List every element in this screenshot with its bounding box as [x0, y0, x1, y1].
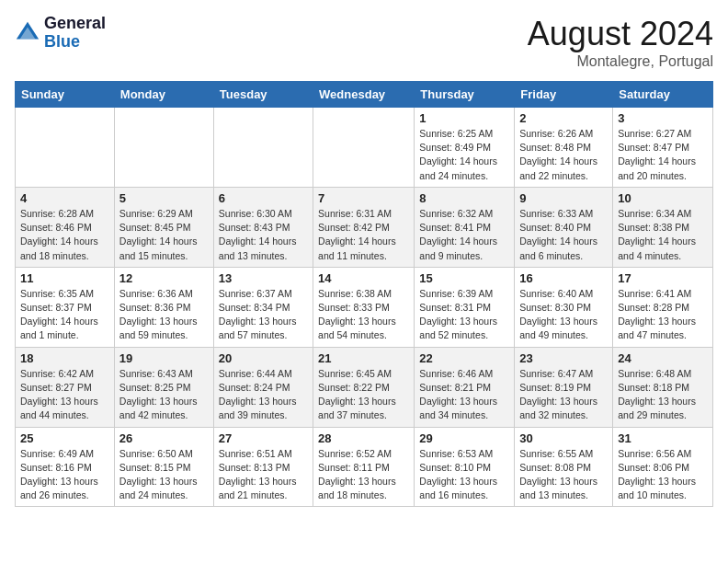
calendar-cell: 8Sunrise: 6:32 AM Sunset: 8:41 PM Daylig…	[415, 187, 515, 267]
logo: General Blue	[15, 15, 106, 52]
calendar-cell: 12Sunrise: 6:36 AM Sunset: 8:36 PM Dayli…	[114, 267, 213, 347]
calendar-cell: 1Sunrise: 6:25 AM Sunset: 8:49 PM Daylig…	[415, 108, 515, 188]
calendar-cell: 28Sunrise: 6:52 AM Sunset: 8:11 PM Dayli…	[313, 427, 415, 507]
day-number: 5	[119, 191, 209, 205]
day-number: 3	[618, 111, 708, 125]
day-number: 21	[318, 351, 409, 365]
day-number: 9	[519, 191, 608, 205]
day-detail: Sunrise: 6:37 AM Sunset: 8:34 PM Dayligh…	[219, 287, 308, 343]
calendar-cell: 26Sunrise: 6:50 AM Sunset: 8:15 PM Dayli…	[114, 427, 213, 507]
day-detail: Sunrise: 6:38 AM Sunset: 8:33 PM Dayligh…	[318, 287, 409, 343]
day-number: 12	[119, 271, 209, 285]
month-year: August 2024	[528, 15, 713, 53]
calendar-cell	[313, 108, 415, 188]
logo-line2: Blue	[44, 33, 106, 52]
day-header-saturday: Saturday	[613, 82, 713, 108]
calendar-cell: 13Sunrise: 6:37 AM Sunset: 8:34 PM Dayli…	[213, 267, 313, 347]
calendar-cell: 14Sunrise: 6:38 AM Sunset: 8:33 PM Dayli…	[313, 267, 415, 347]
calendar-week-4: 18Sunrise: 6:42 AM Sunset: 8:27 PM Dayli…	[16, 347, 713, 427]
day-number: 20	[219, 351, 308, 365]
calendar-week-5: 25Sunrise: 6:49 AM Sunset: 8:16 PM Dayli…	[16, 427, 713, 507]
logo-line1: General	[44, 15, 106, 33]
calendar-cell	[114, 108, 213, 188]
day-detail: Sunrise: 6:34 AM Sunset: 8:38 PM Dayligh…	[618, 207, 708, 263]
calendar-cell: 20Sunrise: 6:44 AM Sunset: 8:24 PM Dayli…	[213, 347, 313, 427]
calendar-cell: 19Sunrise: 6:43 AM Sunset: 8:25 PM Dayli…	[114, 347, 213, 427]
day-detail: Sunrise: 6:47 AM Sunset: 8:19 PM Dayligh…	[519, 367, 608, 423]
day-number: 19	[119, 351, 209, 365]
calendar-cell: 10Sunrise: 6:34 AM Sunset: 8:38 PM Dayli…	[613, 187, 713, 267]
day-detail: Sunrise: 6:26 AM Sunset: 8:48 PM Dayligh…	[519, 127, 608, 183]
day-detail: Sunrise: 6:43 AM Sunset: 8:25 PM Dayligh…	[119, 367, 209, 423]
day-detail: Sunrise: 6:33 AM Sunset: 8:40 PM Dayligh…	[519, 207, 608, 263]
day-number: 11	[20, 271, 109, 285]
location: Montalegre, Portugal	[528, 53, 713, 70]
calendar-cell: 16Sunrise: 6:40 AM Sunset: 8:30 PM Dayli…	[515, 267, 613, 347]
day-number: 8	[419, 191, 509, 205]
calendar-cell: 30Sunrise: 6:55 AM Sunset: 8:08 PM Dayli…	[515, 427, 613, 507]
day-detail: Sunrise: 6:48 AM Sunset: 8:18 PM Dayligh…	[618, 367, 708, 423]
day-detail: Sunrise: 6:56 AM Sunset: 8:06 PM Dayligh…	[618, 447, 708, 503]
calendar-cell: 4Sunrise: 6:28 AM Sunset: 8:46 PM Daylig…	[16, 187, 115, 267]
calendar-cell: 29Sunrise: 6:53 AM Sunset: 8:10 PM Dayli…	[415, 427, 515, 507]
day-number: 26	[119, 431, 209, 445]
day-header-sunday: Sunday	[16, 82, 115, 108]
calendar-cell: 25Sunrise: 6:49 AM Sunset: 8:16 PM Dayli…	[16, 427, 115, 507]
day-number: 30	[519, 431, 608, 445]
day-number: 24	[618, 351, 708, 365]
day-number: 25	[20, 431, 109, 445]
day-detail: Sunrise: 6:25 AM Sunset: 8:49 PM Dayligh…	[419, 127, 509, 183]
day-number: 2	[519, 111, 608, 125]
calendar-week-1: 1Sunrise: 6:25 AM Sunset: 8:49 PM Daylig…	[16, 108, 713, 188]
day-detail: Sunrise: 6:44 AM Sunset: 8:24 PM Dayligh…	[219, 367, 308, 423]
calendar-cell	[16, 108, 115, 188]
calendar-week-2: 4Sunrise: 6:28 AM Sunset: 8:46 PM Daylig…	[16, 187, 713, 267]
day-detail: Sunrise: 6:41 AM Sunset: 8:28 PM Dayligh…	[618, 287, 708, 343]
calendar-cell: 3Sunrise: 6:27 AM Sunset: 8:47 PM Daylig…	[613, 108, 713, 188]
day-header-tuesday: Tuesday	[213, 82, 313, 108]
day-number: 29	[419, 431, 509, 445]
day-detail: Sunrise: 6:55 AM Sunset: 8:08 PM Dayligh…	[519, 447, 608, 503]
day-number: 14	[318, 271, 409, 285]
day-header-friday: Friday	[515, 82, 613, 108]
calendar-cell	[213, 108, 313, 188]
day-number: 6	[219, 191, 308, 205]
day-detail: Sunrise: 6:51 AM Sunset: 8:13 PM Dayligh…	[219, 447, 308, 503]
day-detail: Sunrise: 6:40 AM Sunset: 8:30 PM Dayligh…	[519, 287, 608, 343]
day-number: 4	[20, 191, 109, 205]
day-number: 18	[20, 351, 109, 365]
calendar-cell: 9Sunrise: 6:33 AM Sunset: 8:40 PM Daylig…	[515, 187, 613, 267]
calendar-cell: 2Sunrise: 6:26 AM Sunset: 8:48 PM Daylig…	[515, 108, 613, 188]
calendar-cell: 18Sunrise: 6:42 AM Sunset: 8:27 PM Dayli…	[16, 347, 115, 427]
day-detail: Sunrise: 6:46 AM Sunset: 8:21 PM Dayligh…	[419, 367, 509, 423]
day-detail: Sunrise: 6:28 AM Sunset: 8:46 PM Dayligh…	[20, 207, 109, 263]
calendar-cell: 24Sunrise: 6:48 AM Sunset: 8:18 PM Dayli…	[613, 347, 713, 427]
calendar-cell: 7Sunrise: 6:31 AM Sunset: 8:42 PM Daylig…	[313, 187, 415, 267]
day-number: 23	[519, 351, 608, 365]
page-header: General Blue August 2024 Montalegre, Por…	[15, 15, 713, 70]
calendar-cell: 11Sunrise: 6:35 AM Sunset: 8:37 PM Dayli…	[16, 267, 115, 347]
day-detail: Sunrise: 6:49 AM Sunset: 8:16 PM Dayligh…	[20, 447, 109, 503]
day-header-thursday: Thursday	[415, 82, 515, 108]
calendar-cell: 5Sunrise: 6:29 AM Sunset: 8:45 PM Daylig…	[114, 187, 213, 267]
day-number: 16	[519, 271, 608, 285]
calendar-cell: 23Sunrise: 6:47 AM Sunset: 8:19 PM Dayli…	[515, 347, 613, 427]
day-number: 22	[419, 351, 509, 365]
day-number: 10	[618, 191, 708, 205]
day-number: 1	[419, 111, 509, 125]
day-number: 31	[618, 431, 708, 445]
title-block: August 2024 Montalegre, Portugal	[528, 15, 713, 70]
calendar-cell: 6Sunrise: 6:30 AM Sunset: 8:43 PM Daylig…	[213, 187, 313, 267]
calendar-table: SundayMondayTuesdayWednesdayThursdayFrid…	[15, 81, 713, 507]
day-detail: Sunrise: 6:42 AM Sunset: 8:27 PM Dayligh…	[20, 367, 109, 423]
day-header-monday: Monday	[114, 82, 213, 108]
calendar-cell: 22Sunrise: 6:46 AM Sunset: 8:21 PM Dayli…	[415, 347, 515, 427]
day-detail: Sunrise: 6:39 AM Sunset: 8:31 PM Dayligh…	[419, 287, 509, 343]
calendar-cell: 31Sunrise: 6:56 AM Sunset: 8:06 PM Dayli…	[613, 427, 713, 507]
calendar-cell: 15Sunrise: 6:39 AM Sunset: 8:31 PM Dayli…	[415, 267, 515, 347]
day-detail: Sunrise: 6:29 AM Sunset: 8:45 PM Dayligh…	[119, 207, 209, 263]
day-detail: Sunrise: 6:31 AM Sunset: 8:42 PM Dayligh…	[318, 207, 409, 263]
day-number: 17	[618, 271, 708, 285]
day-detail: Sunrise: 6:36 AM Sunset: 8:36 PM Dayligh…	[119, 287, 209, 343]
day-detail: Sunrise: 6:35 AM Sunset: 8:37 PM Dayligh…	[20, 287, 109, 343]
